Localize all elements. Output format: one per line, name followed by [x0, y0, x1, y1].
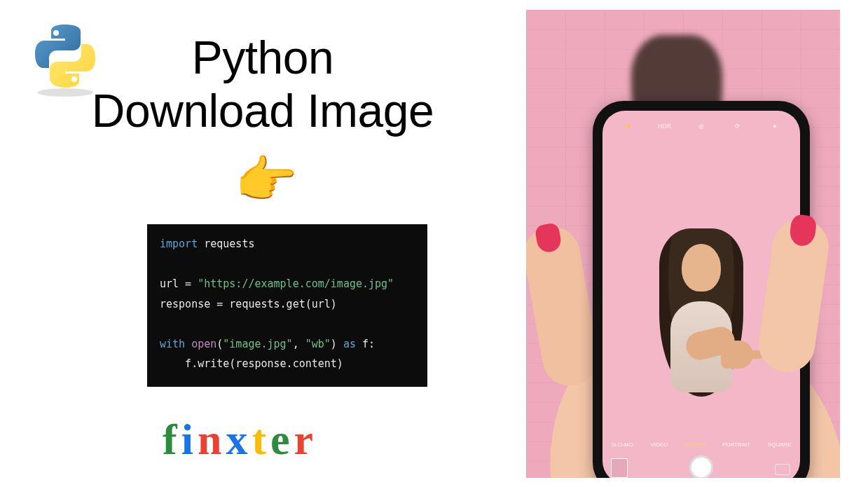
flash-icon: ⚡	[609, 123, 646, 130]
camera-top-controls: ⚡ HDR ◎ ⟳ ●	[602, 118, 800, 135]
last-photo-thumb	[611, 458, 628, 478]
brand-letter: x	[226, 416, 252, 463]
filters-icon: ◎	[683, 123, 719, 130]
shutter-button-icon	[689, 455, 713, 478]
brand-letter: t	[252, 416, 270, 463]
pointing-right-icon: 👉	[235, 154, 298, 205]
fingernail-shape	[535, 222, 563, 254]
hdr-label: HDR	[646, 123, 682, 130]
mode-photo: PHOTO	[685, 441, 705, 448]
hero-photo: ⚡ HDR ◎ ⟳ ● SLO-MO VIDEO PHOTO PORTRAIT …	[526, 10, 840, 478]
page-title: Python Download Image	[42, 32, 483, 138]
brand-letter: n	[198, 416, 226, 463]
code-keyword: import	[160, 238, 198, 250]
timer-icon: ⟳	[719, 123, 756, 130]
live-icon: ●	[757, 123, 793, 130]
title-line-1: Python	[192, 32, 333, 83]
flip-camera-icon	[775, 464, 790, 475]
title-line-2: Download Image	[92, 85, 434, 137]
mode-slomo: SLO-MO	[611, 441, 633, 448]
brand-letter: i	[181, 416, 198, 463]
code-snippet: import requests url = "https://example.c…	[147, 224, 427, 387]
mode-video: VIDEO	[650, 441, 668, 448]
finger-shape	[526, 222, 602, 390]
subject-face	[682, 244, 721, 291]
mode-square: SQUARE	[768, 441, 792, 448]
left-column: Python Download Image 👉 import requests …	[0, 0, 504, 487]
thumbnail-shape	[788, 214, 818, 248]
brand-letter: f	[163, 416, 181, 463]
camera-subject	[645, 203, 757, 406]
brand-logo: finxter	[163, 415, 317, 465]
mode-portrait: PORTRAIT	[722, 441, 750, 448]
camera-mode-row: SLO-MO VIDEO PHOTO PORTRAIT SQUARE	[602, 437, 800, 451]
brand-letter: r	[294, 416, 318, 463]
brand-letter: e	[270, 416, 294, 463]
